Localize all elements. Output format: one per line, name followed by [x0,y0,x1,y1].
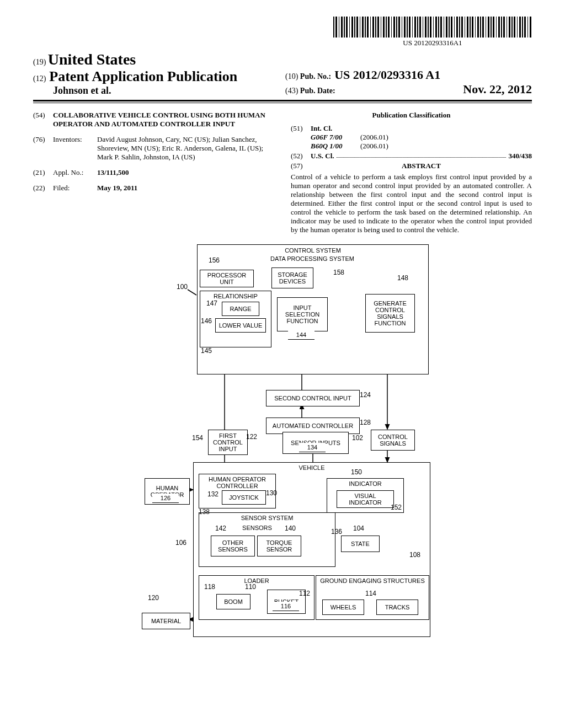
ref-100: 100 [177,283,188,291]
intcl-ver-0: (2006.01) [360,133,388,142]
ges-label: GROUND ENGAGING STRUCTURES [318,577,427,584]
ref-122: 122 [246,433,257,441]
ref-158: 158 [333,269,344,276]
inventors-text: David August Johnson, Cary, NC (US); Jul… [97,135,274,162]
title-text: COLLABORATIVE VEHICLE CONTROL USING BOTH… [53,111,274,129]
biblio-columns: (54) COLLABORATIVE VEHICLE CONTROL USING… [33,111,532,234]
vehicle-label: VEHICLE [196,464,428,471]
code-43: (43) [285,87,298,95]
joystick-box: JOYSTICK [222,490,266,505]
barcode-label: US 20120293316A1 [333,39,532,47]
code-19: (19) [33,58,46,66]
code-12: (12) [33,74,46,83]
ref-126: 126 [152,494,179,503]
boom-box: BOOM [216,594,250,609]
dps-label: DATA PROCESSING SYSTEM [238,254,386,263]
pubno: US 2012/0293316 A1 [334,68,440,82]
country: United States [48,51,136,68]
field-21: (21) Appl. No.: 13/111,500 [33,168,274,177]
code-52: (52) [291,152,311,160]
label-76: Inventors: [53,135,97,162]
pubno-line: (10) Pub. No.: US 2012/0293316 A1 [285,68,532,82]
field-22: (22) Filed: May 19, 2011 [33,184,274,192]
code-57: (57) [291,162,311,170]
intcl-row-0: G06F 7/00 (2006.01) [311,133,532,142]
control-system-label: CONTROL SYSTEM [200,247,426,254]
sensorsystem-label: SENSOR SYSTEM [201,515,333,521]
ref-118: 118 [204,583,215,591]
intcl-code-1: B60Q 1/00 [311,142,360,151]
label-22: Filed: [53,184,97,192]
indicator-label: INDICATOR [329,480,401,487]
uscl-label: U.S. Cl. [311,152,334,160]
ref-146: 146 [201,317,212,325]
relationship-label: RELATIONSHIP [202,293,269,299]
genctrl-label: GENERATE CONTROL SIGNALS FUNCTION [368,300,412,326]
uscl-dots [337,152,507,158]
classification-head: Publication Classification [291,111,532,120]
abstract-text: Control of a vehicle to perform a task e… [291,173,532,234]
material-box: MATERIAL [142,613,190,629]
barcode-area: US 20120293316A1 [33,17,532,47]
intcl-label: Int. Cl. [311,124,532,133]
pubno-label: Pub. No.: [300,72,331,81]
othersensors-box: OTHER SENSORS [211,536,255,556]
firstci-box: FIRST CONTROL INPUT [208,430,248,455]
biblio-left: (54) COLLABORATIVE VEHICLE CONTROL USING… [33,111,274,234]
uscl-val: 340/438 [508,152,532,160]
storage-box: STORAGE DEVICES [271,267,313,288]
ref-128: 128 [360,419,371,426]
code-21: (21) [33,168,53,177]
intcl-row-1: B60Q 1/00 (2006.01) [311,142,532,151]
wheels-box: WHEELS [322,599,364,615]
ref-147: 147 [206,299,217,307]
ref-134: 134 [299,443,326,452]
ref-114: 114 [365,590,376,597]
ref-132: 132 [207,490,218,498]
genctrl-box: GENERATE CONTROL SIGNALS FUNCTION [365,294,415,333]
country-line: (19) United States [33,51,280,68]
tracks-box: TRACKS [376,599,418,615]
ctrlsignals-box: CONTROL SIGNALS [371,430,415,451]
ref-150: 150 [351,468,362,476]
ref-112: 112 [299,590,310,597]
ref-140: 140 [285,524,296,532]
figure-1: CONTROL SYSTEM DATA PROCESSING SYSTEM PR… [128,244,437,647]
ref-120: 120 [148,594,159,602]
svg-line-12 [188,290,196,295]
header-rule [33,100,532,103]
field-51: (51) Int. Cl. G06F 7/00 (2006.01) B60Q 1… [291,124,532,151]
pubdate-line: (43) Pub. Date: Nov. 22, 2012 [285,82,532,97]
abstract-head: ABSTRACT [311,162,532,170]
pubdate-label: Pub. Date: [300,87,335,95]
ref-116: 116 [273,602,299,611]
ref-130: 130 [266,489,277,497]
header-row: (19) United States (12) Patent Applicati… [33,51,532,97]
code-10: (10) [285,72,298,81]
ref-152: 152 [391,504,402,511]
ref-138: 138 [199,508,210,516]
code-76: (76) [33,135,53,162]
ref-154: 154 [192,434,203,442]
range-box: RANGE [222,302,259,316]
inputsel-box: INPUT SELECTION FUNCTION [277,297,328,331]
ref-145: 145 [201,347,212,355]
ref-108: 108 [409,551,420,559]
intcl-ver-1: (2006.01) [360,142,388,151]
patent-page: US 20120293316A1 (19) United States (12)… [0,0,565,663]
secondci-box: SECOND CONTROL INPUT [266,390,360,406]
intcl-code-0: G06F 7/00 [311,133,360,142]
inputsel-label: INPUT SELECTION FUNCTION [280,304,325,324]
loader-label: LOADER [201,577,312,584]
state-box: STATE [341,536,380,552]
pubdate: Nov. 22, 2012 [463,82,532,97]
ref-156: 156 [209,256,220,264]
ref-144: 144 [288,330,315,340]
figure-wrap: CONTROL SYSTEM DATA PROCESSING SYSTEM PR… [33,244,532,647]
field-57: (57) ABSTRACT [291,162,532,170]
ref-136: 136 [331,528,342,536]
field-52: (52) U.S. Cl. 340/438 [291,152,532,160]
ref-110: 110 [245,583,256,591]
authors-line: Johnson et al. [33,85,280,97]
ref-104: 104 [353,524,364,532]
